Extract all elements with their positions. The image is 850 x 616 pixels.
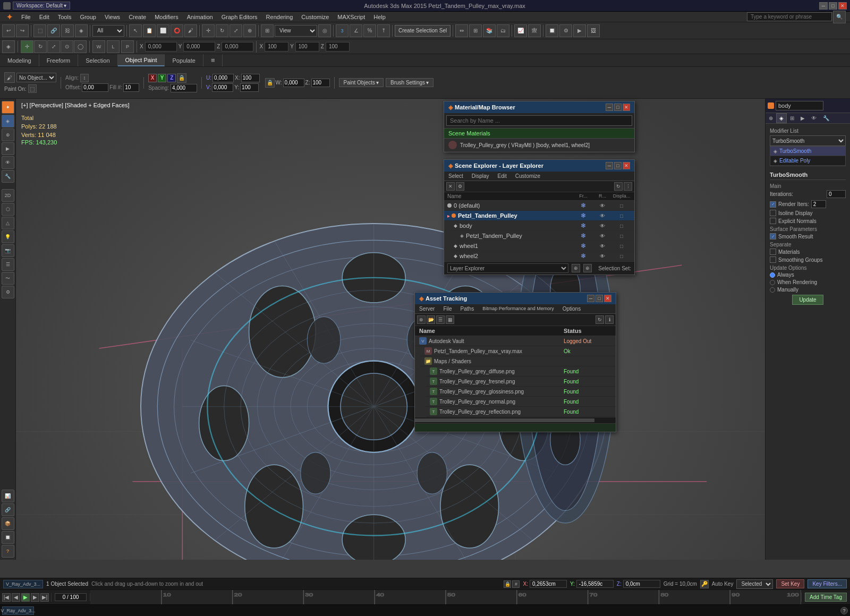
layer-row-body[interactable]: ◆ body ❄ 👁 □ (450, 221, 634, 231)
close-button[interactable]: ✕ (838, 2, 847, 10)
mat-browser-header[interactable]: ◈ Material/Map Browser ─ □ ✕ (444, 101, 634, 113)
asset-tb-btn3[interactable]: ☰ (436, 315, 445, 324)
paint-objects-btn[interactable]: Paint Objects ▾ (339, 78, 384, 87)
paint-brush-icon[interactable]: 🖌 (4, 72, 15, 83)
help-search-input[interactable] (747, 12, 832, 21)
create-selection-btn[interactable]: Create Selection Sel (395, 25, 450, 37)
asset-row-vault[interactable]: V Autodesk Vault Logged Out (415, 336, 616, 346)
link-btn[interactable]: 🔗 (47, 24, 60, 37)
asset-menu-bitmap[interactable]: Bitmap Performance and Memory (478, 304, 558, 313)
panel-tab-display[interactable]: 👁 (808, 113, 820, 123)
asset-tb-btn1[interactable]: ⊕ (417, 315, 426, 324)
update-button[interactable]: Update (792, 295, 823, 305)
asset-row-diffuse[interactable]: T Trolley_Pulley_grey_diffuse.png Found (426, 366, 616, 377)
set-key-button[interactable]: Set Key (776, 579, 804, 588)
paint-on-icon[interactable]: ⬚ (28, 84, 37, 93)
x-transform-input[interactable] (145, 42, 177, 52)
mirror-btn[interactable]: ⇔ (455, 24, 468, 37)
modifier-editable-poly[interactable]: ◈ Editable Poly (770, 156, 845, 166)
layer-row-petzl[interactable]: ▸ Petzl_Tandem_Pulley ❄ 👁 □ (444, 211, 634, 221)
menu-help[interactable]: Help (369, 13, 390, 21)
layer-options-btn[interactable]: ⋮ (624, 182, 632, 191)
menu-maxscript[interactable]: MAXScript (333, 13, 369, 21)
layer-footer-btn1[interactable]: ⊕ (572, 264, 580, 272)
refcoord-dropdown[interactable]: View (275, 25, 317, 37)
offset-input[interactable] (82, 83, 108, 92)
asset-tracking-close[interactable]: ✕ (604, 295, 611, 302)
sidebar-xref-btn[interactable]: 🔗 (2, 503, 14, 516)
selection-filter-btn[interactable]: ◈ (2, 40, 15, 53)
rotate-mode-btn[interactable]: ↻ (34, 40, 47, 53)
asset-tb-btn2[interactable]: 📂 (427, 315, 435, 324)
sidebar-systems-btn[interactable]: ⚙ (2, 286, 14, 298)
selected-dropdown[interactable]: Selected (736, 579, 773, 589)
curve-editor-btn[interactable]: 📈 (514, 24, 527, 37)
asset-tracking-maximize[interactable]: □ (596, 295, 603, 302)
scale-mode-btn[interactable]: ⤢ (47, 40, 60, 53)
asset-row-fresnel[interactable]: T Trolley_Pulley_grey_fresnel.png Found (426, 377, 616, 387)
asset-row-maxfile[interactable]: M Petzl_Tandem_Pulley_max_vray.max Ok (420, 346, 616, 356)
spinner-snap-btn[interactable]: ⤒ (377, 24, 390, 37)
menu-create[interactable]: Create (124, 13, 150, 21)
no-object-dropdown[interactable]: No Object... (16, 73, 56, 82)
tab-freeform[interactable]: Freeform (39, 54, 79, 66)
sidebar-track-view-btn[interactable]: 📊 (2, 490, 14, 502)
layer-menu-edit[interactable]: Edit (494, 172, 511, 181)
z-uvw-input[interactable] (311, 79, 330, 87)
render-iters-checkbox[interactable] (770, 201, 776, 208)
z-scale-input[interactable] (326, 42, 350, 52)
render-btn[interactable]: 🖼 (587, 24, 600, 37)
asset-menu-server[interactable]: Server (415, 304, 439, 313)
x-uvw-input[interactable] (241, 74, 260, 82)
axis-y-btn[interactable]: Y (158, 74, 166, 82)
axis-x-btn[interactable]: X (148, 74, 157, 82)
layer-row-wheel1[interactable]: ◆ wheel1 ❄ 👁 □ (450, 241, 634, 251)
panel-tab-modify[interactable]: ◈ (776, 113, 787, 123)
scale-btn[interactable]: ⤢ (230, 24, 242, 37)
sidebar-asset-btn[interactable]: 📦 (2, 517, 14, 530)
menu-animation[interactable]: Animation (183, 13, 217, 21)
timeline-end-btn[interactable]: ▶| (40, 593, 49, 602)
y-uvw-input[interactable] (240, 83, 259, 92)
asset-scrollbar[interactable] (415, 417, 616, 423)
modifier-dropdown[interactable]: TurboSmooth (770, 135, 846, 146)
brush-settings-btn[interactable]: Brush Settings ▾ (386, 78, 434, 87)
layer-add-btn[interactable]: ✕ (446, 182, 455, 191)
filter-dropdown[interactable]: All (92, 25, 124, 37)
sidebar-shapes-btn[interactable]: △ (2, 217, 14, 229)
tab-selection[interactable]: Selection (78, 54, 117, 66)
help-circle-btn[interactable]: ? (840, 607, 848, 614)
menu-file[interactable]: File (17, 13, 35, 21)
unlink-btn[interactable]: ⛓ (61, 24, 74, 37)
select-object-btn[interactable]: ↖ (129, 24, 142, 37)
angle-snap-btn[interactable]: ∠ (350, 24, 362, 37)
transform-btn[interactable]: ⊕ (243, 24, 256, 37)
sidebar-lights-btn[interactable]: 💡 (2, 230, 14, 243)
menu-rendering[interactable]: Rendering (262, 13, 298, 21)
asset-menu-options[interactable]: Options (558, 304, 585, 313)
pivot-btn[interactable]: ◎ (318, 24, 331, 37)
sidebar-create-btn[interactable]: ✦ (2, 101, 14, 114)
isoline-checkbox[interactable] (770, 210, 776, 216)
render-frame-btn[interactable]: ▶ (573, 24, 586, 37)
layer-menu-select[interactable]: Select (444, 172, 468, 181)
menu-group[interactable]: Group (75, 13, 100, 21)
layer-explorer-minimize[interactable]: ─ (606, 162, 613, 169)
asset-row-normal[interactable]: T Trolley_Pulley_grey_normal.png Found (426, 397, 616, 407)
rotate-btn[interactable]: ↻ (216, 24, 228, 37)
z-transform-input[interactable] (222, 42, 253, 52)
lock-u-btn[interactable]: 🔒 (265, 78, 275, 88)
x-scale-input[interactable] (265, 42, 288, 52)
layer-menu-display[interactable]: Display (468, 172, 494, 181)
add-time-tag-btn[interactable]: Add Time Tag (805, 593, 847, 602)
align-icon[interactable]: ↕ (80, 74, 89, 82)
asset-row-maps[interactable]: 📁 Maps / Shaders (420, 356, 616, 366)
render-iters-input[interactable] (811, 200, 826, 208)
menu-tools[interactable]: Tools (54, 13, 76, 21)
u-input[interactable] (212, 74, 234, 82)
frame-input[interactable] (55, 593, 87, 601)
always-radio[interactable] (770, 272, 775, 278)
sidebar-utilities-btn[interactable]: 🔧 (2, 170, 14, 183)
v-input[interactable] (212, 83, 233, 92)
y-scale-input[interactable] (295, 42, 319, 52)
